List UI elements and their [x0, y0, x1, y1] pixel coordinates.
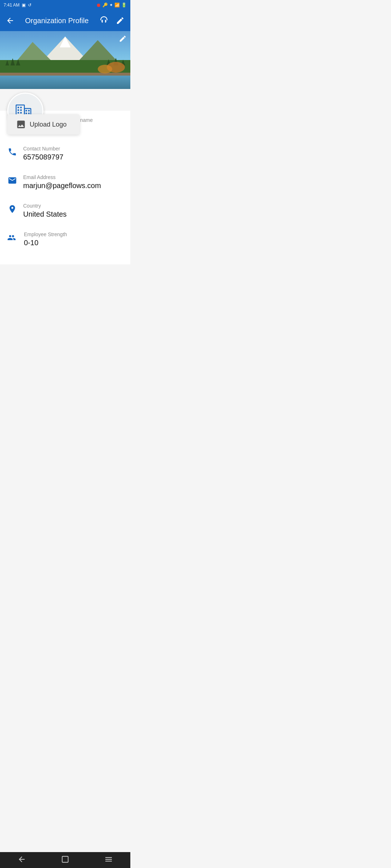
cover-image	[0, 31, 130, 89]
record-icon: ⏺	[96, 2, 101, 8]
svg-rect-19	[20, 107, 21, 108]
email-field: Email Address marjun@pageflows.com	[0, 168, 130, 196]
contact-number-field: Contact Number 6575089797	[0, 139, 130, 168]
status-bar-right: ⏺ 🔑 ✦ 📶 🔋	[96, 2, 127, 8]
svg-rect-13	[0, 73, 130, 76]
wifi-icon: 📶	[114, 3, 120, 8]
country-value: United States	[23, 210, 67, 218]
key-icon: 🔑	[102, 3, 108, 8]
svg-rect-27	[28, 112, 29, 114]
country-field: Country United States	[0, 196, 130, 225]
upload-logo-label: Upload Logo	[30, 121, 67, 128]
contact-number-label: Contact Number	[23, 146, 63, 152]
email-value: marjun@pageflows.com	[23, 182, 101, 190]
svg-rect-12	[0, 75, 130, 89]
status-bar: 7:41 AM ▣ ↺ ⏺ 🔑 ✦ 📶 🔋	[0, 0, 130, 10]
contact-number-text: Contact Number 6575089797	[23, 146, 63, 161]
employee-strength-label: Employee Strength	[24, 231, 67, 237]
profile-area: LOGO Upload Logo Company name / person n…	[0, 111, 130, 264]
app-bar: Organization Profile	[0, 10, 130, 31]
time-display: 7:41 AM	[4, 3, 20, 8]
svg-rect-23	[20, 112, 21, 113]
image-upload-icon	[16, 119, 26, 129]
phone-icon	[7, 147, 17, 157]
location-icon	[7, 204, 17, 214]
svg-rect-20	[17, 109, 19, 111]
logo-wrapper: LOGO Upload Logo	[7, 93, 43, 129]
svg-rect-26	[25, 112, 27, 114]
cover-svg	[0, 31, 130, 89]
employee-strength-value: 0-10	[24, 239, 67, 247]
employee-strength-text: Employee Strength 0-10	[24, 231, 67, 247]
svg-rect-22	[17, 112, 19, 113]
svg-rect-25	[28, 110, 29, 111]
status-bar-left: 7:41 AM ▣ ↺	[4, 3, 31, 8]
email-text: Email Address marjun@pageflows.com	[23, 174, 101, 190]
email-label: Email Address	[23, 174, 101, 180]
country-text: Country United States	[23, 203, 67, 218]
svg-rect-21	[20, 109, 21, 111]
country-label: Country	[23, 203, 67, 209]
employee-strength-field: Employee Strength 0-10	[0, 225, 130, 254]
back-button[interactable]	[6, 16, 14, 25]
svg-rect-24	[25, 110, 27, 111]
upload-logo-dropdown[interactable]: Upload Logo	[7, 114, 80, 135]
edit-button[interactable]	[116, 16, 125, 25]
battery-icon: 🔋	[121, 3, 127, 8]
cover-edit-icon[interactable]	[119, 35, 127, 44]
headset-button[interactable]	[99, 16, 109, 25]
video-icon: ▣	[22, 3, 26, 8]
email-icon	[7, 176, 17, 185]
svg-rect-18	[17, 107, 19, 108]
svg-point-15	[98, 65, 112, 73]
bluetooth-icon: ✦	[109, 3, 113, 8]
contact-number-value: 6575089797	[23, 153, 63, 161]
page-title: Organization Profile	[19, 17, 95, 25]
gesture-icon: ↺	[28, 3, 31, 8]
group-icon	[7, 233, 18, 242]
